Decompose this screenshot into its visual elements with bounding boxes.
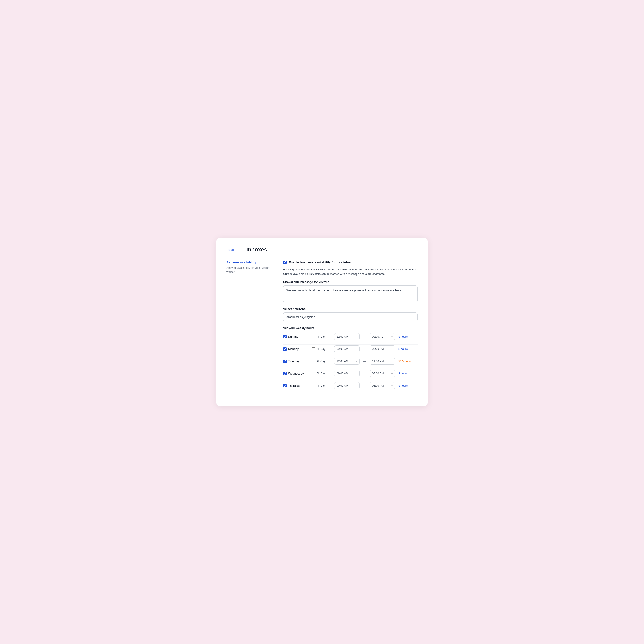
allday-wrap-wednesday: All-Day	[312, 372, 331, 375]
left-panel: Set your availability Set your availabil…	[226, 261, 273, 394]
allday-wrap-tuesday: All-Day	[312, 360, 331, 363]
day-checkbox-monday[interactable]	[283, 347, 287, 351]
day-name-sunday: Sunday	[288, 335, 298, 338]
divider-sunday	[283, 344, 418, 345]
day-row: Thursday All-Day 09:00 AM — 05:00 PM 8 h…	[283, 382, 418, 389]
day-checkbox-sunday[interactable]	[283, 335, 287, 338]
day-checkbox-wednesday[interactable]	[283, 372, 287, 375]
hours-badge-wednesday: 8 hours	[398, 372, 411, 375]
day-checkbox-thursday[interactable]	[283, 384, 287, 387]
day-checkbox-wrap-tuesday: Tuesday	[283, 360, 308, 363]
day-checkbox-tuesday[interactable]	[283, 360, 287, 363]
back-arrow-icon: ‹	[226, 248, 228, 251]
right-panel: Enable business availability for this in…	[283, 261, 418, 394]
day-checkbox-wrap-sunday: Sunday	[283, 335, 308, 338]
description-text: Enabling business availability will show…	[283, 267, 418, 276]
page-title: Inboxes	[246, 246, 267, 253]
end-time-select-monday[interactable]: 05:00 PM	[370, 345, 395, 352]
allday-wrap-sunday: All-Day	[312, 335, 331, 338]
divider-monday	[283, 357, 418, 357]
allday-checkbox-tuesday[interactable]	[312, 360, 315, 363]
start-time-select-wednesday[interactable]: 09:00 AM	[334, 370, 360, 377]
allday-label-thursday: All-Day	[317, 384, 325, 387]
hours-badge-sunday: 8 hours	[398, 335, 411, 338]
timezone-select[interactable]: America/Los_Angeles	[283, 312, 418, 321]
divider-wednesday	[283, 381, 418, 381]
unavailable-label: Unavailable message for visitors	[283, 280, 418, 284]
start-time-select-monday[interactable]: 09:00 AM	[334, 345, 360, 352]
app-container: ‹ Back Inboxes Set your availability Set…	[216, 238, 428, 406]
day-name-thursday: Thursday	[288, 384, 300, 387]
dash-sunday: —	[363, 335, 366, 339]
day-name-tuesday: Tuesday	[288, 360, 299, 363]
enable-checkbox[interactable]	[283, 261, 287, 264]
start-time-select-tuesday[interactable]: 12:00 AM	[334, 358, 360, 365]
day-name-monday: Monday	[288, 347, 299, 351]
enable-row: Enable business availability for this in…	[283, 261, 418, 264]
day-checkbox-wrap-monday: Monday	[283, 347, 308, 351]
svg-rect-0	[239, 248, 243, 251]
content-area: Set your availability Set your availabil…	[226, 261, 418, 394]
page-header: ‹ Back Inboxes	[226, 246, 418, 253]
inbox-icon	[238, 247, 244, 252]
end-time-select-thursday[interactable]: 05:00 PM	[370, 382, 395, 389]
dash-monday: —	[363, 347, 366, 351]
allday-checkbox-sunday[interactable]	[312, 335, 315, 338]
allday-wrap-monday: All-Day	[312, 347, 331, 351]
end-time-select-tuesday[interactable]: 11:30 PM	[370, 358, 395, 365]
hours-badge-tuesday: 23.5 hours	[398, 360, 411, 363]
end-time-select-sunday[interactable]: 08:00 AM	[370, 333, 395, 340]
weekly-hours-label: Set your weekly hours	[283, 326, 418, 330]
allday-checkbox-thursday[interactable]	[312, 384, 315, 387]
day-row: Monday All-Day 09:00 AM — 05:00 PM 8 hou…	[283, 345, 418, 352]
timezone-label: Select timezone	[283, 307, 418, 311]
back-link[interactable]: ‹ Back	[226, 248, 235, 251]
day-checkbox-wrap-thursday: Thursday	[283, 384, 308, 387]
start-time-select-thursday[interactable]: 09:00 AM	[334, 382, 360, 389]
day-checkbox-wrap-wednesday: Wednesday	[283, 372, 308, 375]
dash-wednesday: —	[363, 372, 366, 375]
section-title: Set your availability	[226, 261, 273, 264]
dash-thursday: —	[363, 384, 366, 388]
day-rows: Sunday All-Day 12:00 AM — 08:00 AM 8 hou…	[283, 333, 418, 389]
allday-label-sunday: All-Day	[317, 335, 325, 338]
allday-wrap-thursday: All-Day	[312, 384, 331, 387]
dash-tuesday: —	[363, 359, 366, 363]
day-name-wednesday: Wednesday	[288, 372, 304, 375]
allday-checkbox-monday[interactable]	[312, 347, 315, 351]
hours-badge-thursday: 8 hours	[398, 384, 411, 387]
unavailable-message-textarea[interactable]: We are unavailable at the moment. Leave …	[283, 285, 418, 302]
start-time-select-sunday[interactable]: 12:00 AM	[334, 333, 360, 340]
allday-label-tuesday: All-Day	[317, 360, 325, 363]
enable-label[interactable]: Enable business availability for this in…	[289, 261, 352, 264]
section-desc: Set your availability on your livechat w…	[226, 266, 273, 274]
allday-label-wednesday: All-Day	[317, 372, 325, 375]
hours-badge-monday: 8 hours	[398, 347, 411, 351]
back-label: Back	[228, 248, 235, 251]
day-row: Tuesday All-Day 12:00 AM — 11:30 PM 23.5…	[283, 358, 418, 365]
allday-checkbox-wednesday[interactable]	[312, 372, 315, 375]
day-row: Wednesday All-Day 09:00 AM — 05:00 PM 8 …	[283, 370, 418, 377]
end-time-select-wednesday[interactable]: 05:00 PM	[370, 370, 395, 377]
allday-label-monday: All-Day	[317, 347, 325, 351]
day-row: Sunday All-Day 12:00 AM — 08:00 AM 8 hou…	[283, 333, 418, 340]
